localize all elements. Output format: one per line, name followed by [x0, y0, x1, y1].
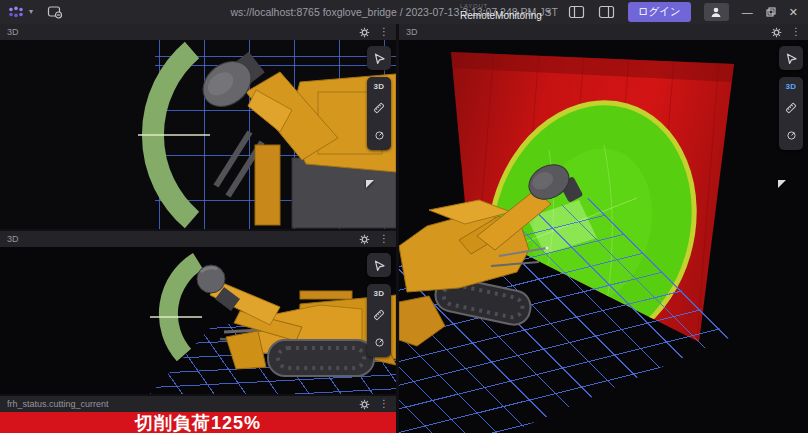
- left-sidebar-toggle[interactable]: [568, 5, 585, 19]
- panel-menu-icon[interactable]: ⋮: [379, 234, 389, 244]
- settings-gear-icon[interactable]: [359, 27, 370, 38]
- panel-3d-side-view: 3D ⋮: [0, 231, 396, 394]
- select-tool-button[interactable]: [367, 46, 391, 70]
- minimize-button[interactable]: —: [742, 7, 753, 18]
- cutting-range-arc: [168, 261, 198, 355]
- viz-toolbar: 3D: [779, 46, 803, 150]
- panel-header: frh_status.cutting_current ⋮: [0, 396, 396, 412]
- top-bar: ▾ ws://localhost:8765 foxglove_bridge / …: [0, 0, 808, 24]
- topbar-left-group: ▾: [0, 5, 63, 19]
- layout-selector-labels: LAYOUT RemoteMonitoring: [460, 3, 542, 21]
- cutting-load-value: 切削負荷125%: [135, 414, 261, 432]
- user-avatar-button[interactable]: [704, 3, 729, 21]
- layout-selector[interactable]: LAYOUT RemoteMonitoring ▾: [460, 3, 551, 21]
- select-tool-button[interactable]: [367, 253, 391, 277]
- viz-toolbar: 3D: [367, 253, 391, 357]
- viz-tool-group: 3D: [367, 77, 391, 150]
- panel-menu-icon[interactable]: ⋮: [379, 27, 389, 37]
- panel-header: 3D ⋮: [0, 231, 396, 247]
- toggle-3d-button[interactable]: 3D: [374, 82, 385, 91]
- robot-perspective-view: [399, 157, 583, 346]
- settings-gear-icon[interactable]: [771, 27, 782, 38]
- app-menu-chevron-icon[interactable]: ▾: [29, 8, 33, 16]
- data-source-icon[interactable]: [47, 5, 63, 19]
- layout-caption: LAYOUT: [460, 3, 542, 9]
- settings-gear-icon[interactable]: [359, 399, 370, 410]
- measure-tool-button[interactable]: [373, 100, 385, 118]
- viz-toolbar: 3D: [367, 46, 391, 150]
- pointer-cursor: [366, 180, 374, 188]
- right-sidebar-toggle[interactable]: [598, 5, 615, 19]
- right-column: 3D ⋮: [399, 24, 808, 433]
- panel-layout: 3D ⋮: [0, 24, 808, 433]
- viz-tool-group: 3D: [367, 284, 391, 357]
- panel-title: 3D: [406, 27, 762, 37]
- panel-menu-icon[interactable]: ⋮: [379, 399, 389, 409]
- app-window: ▾ ws://localhost:8765 foxglove_bridge / …: [0, 0, 808, 433]
- panel-header: 3D ⋮: [399, 24, 808, 40]
- panel-title: 3D: [7, 234, 350, 244]
- left-column: 3D ⋮: [0, 24, 396, 433]
- measure-tool-button[interactable]: [785, 100, 797, 118]
- person-icon: [710, 6, 722, 18]
- scene-robot-front: [399, 40, 808, 433]
- measure-tool-button[interactable]: [373, 307, 385, 325]
- pointer-cursor: [778, 180, 786, 188]
- publish-point-button[interactable]: [374, 127, 385, 145]
- foxglove-logo-icon[interactable]: [8, 5, 24, 19]
- scene-side-view: [0, 247, 396, 394]
- toggle-3d-button[interactable]: 3D: [374, 289, 385, 298]
- panel-menu-icon[interactable]: ⋮: [791, 27, 801, 37]
- select-tool-button[interactable]: [779, 46, 803, 70]
- publish-point-button[interactable]: [786, 127, 797, 145]
- viz-tool-group: 3D: [779, 77, 803, 150]
- panel-title: 3D: [7, 27, 350, 37]
- viewport-side-view[interactable]: 3D: [0, 247, 396, 394]
- panel-3d-top-view: 3D ⋮: [0, 24, 396, 229]
- panel-cutting-load-indicator: frh_status.cutting_current ⋮ 切削負荷125%: [0, 396, 396, 433]
- viewport-perspective[interactable]: 3D: [399, 40, 808, 433]
- scene-top-view: [0, 40, 396, 229]
- panel-header: 3D ⋮: [0, 24, 396, 40]
- login-button[interactable]: ログイン: [628, 2, 691, 22]
- panel-title: frh_status.cutting_current: [7, 399, 350, 409]
- toggle-3d-button[interactable]: 3D: [786, 82, 797, 91]
- restore-button[interactable]: [766, 7, 776, 17]
- close-button[interactable]: ✕: [789, 7, 798, 18]
- cutting-load-alert: 切削負荷125%: [0, 412, 396, 433]
- viewport-top-view[interactable]: 3D: [0, 40, 396, 229]
- layout-chevron-icon: ▾: [547, 8, 551, 16]
- settings-gear-icon[interactable]: [359, 234, 370, 245]
- robot-top-view: [194, 45, 396, 228]
- publish-point-button[interactable]: [374, 334, 385, 352]
- layout-name: RemoteMonitoring: [460, 11, 542, 21]
- panel-3d-perspective: 3D ⋮: [399, 24, 808, 433]
- topbar-right-group: LAYOUT RemoteMonitoring ▾ ログイン: [460, 0, 798, 24]
